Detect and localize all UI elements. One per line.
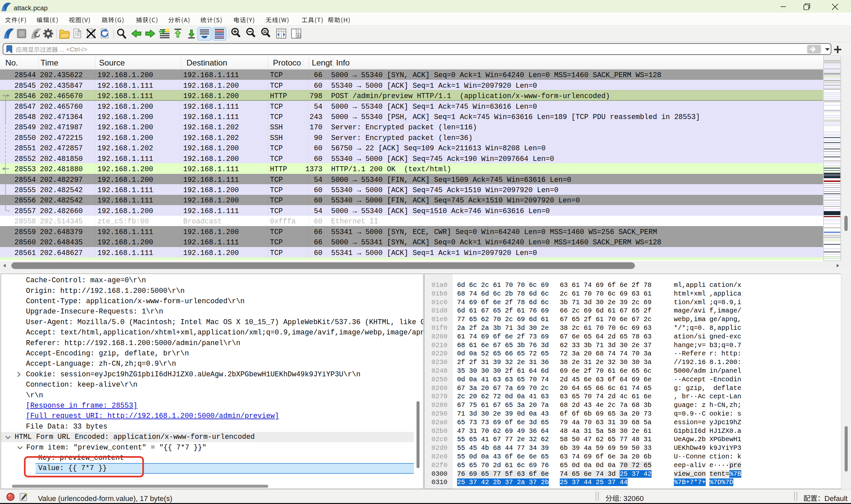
- svg-text:0101: 0101: [75, 35, 80, 37]
- svg-text:1: 1: [297, 30, 299, 33]
- svg-text:2: 2: [297, 35, 299, 38]
- svg-text:3: 3: [299, 35, 301, 38]
